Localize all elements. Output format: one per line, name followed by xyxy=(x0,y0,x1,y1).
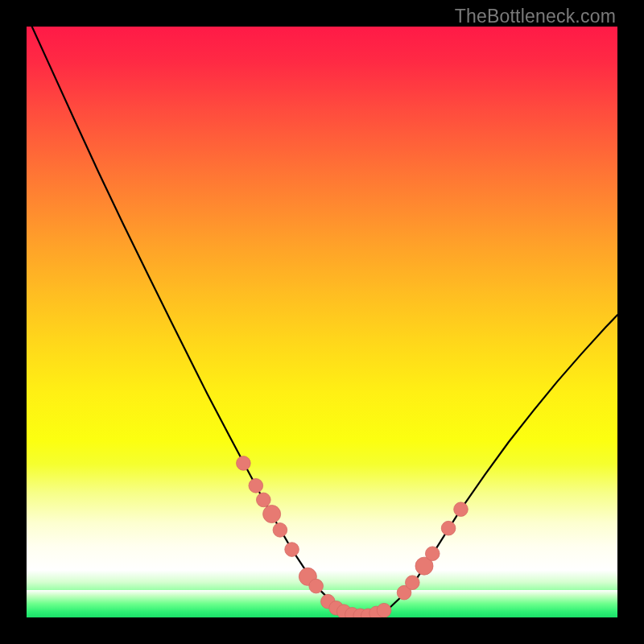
curve-markers xyxy=(237,456,469,617)
curve-marker xyxy=(257,493,271,507)
curve-marker xyxy=(377,603,391,617)
curve-marker xyxy=(285,543,299,557)
curve-marker xyxy=(441,521,456,535)
watermark-text: TheBottleneck.com xyxy=(455,6,616,27)
plot-area xyxy=(27,27,617,617)
curve-marker xyxy=(249,479,263,493)
curve-marker xyxy=(405,576,419,590)
chart-frame: TheBottleneck.com xyxy=(0,0,644,644)
curve-marker xyxy=(454,502,469,517)
curve-marker xyxy=(425,547,440,561)
curve-marker xyxy=(263,506,281,523)
curve-line xyxy=(27,27,617,617)
curve-marker xyxy=(309,579,324,593)
curve-marker xyxy=(237,456,251,471)
chart-svg xyxy=(27,27,617,617)
curve-marker xyxy=(273,523,287,538)
